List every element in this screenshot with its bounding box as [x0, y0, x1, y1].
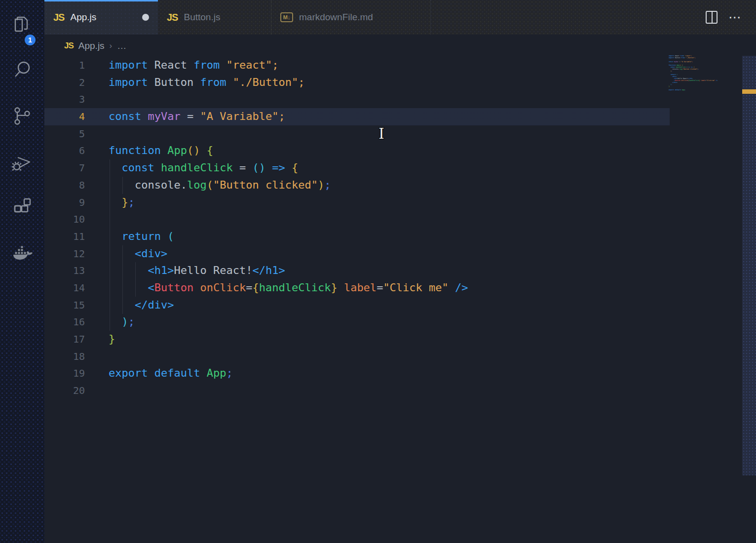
sidebar-item-docker[interactable]	[0, 235, 44, 273]
code-line[interactable]: 5	[44, 125, 756, 143]
line-number: 19	[44, 365, 85, 382]
line-number: 6	[44, 142, 85, 159]
tab-app-js[interactable]: JS App.js	[44, 0, 158, 35]
chevron-right-icon: ›	[110, 41, 113, 51]
code-line[interactable]: 18	[44, 348, 756, 365]
sidebar-item-search[interactable]	[0, 51, 44, 90]
sidebar-item-source-control[interactable]	[0, 98, 44, 136]
line-number: 9	[44, 194, 85, 211]
code-line[interactable]: 11 return (	[44, 228, 756, 245]
line-number: 16	[44, 313, 85, 331]
code-line[interactable]: 4const myVar = "A Variable";	[44, 108, 756, 125]
code-line[interactable]: 16 );	[44, 313, 756, 331]
code-text: console.log("Button clicked");	[85, 177, 331, 194]
code-text	[85, 348, 109, 365]
code-text: function App() {	[85, 142, 213, 159]
minimap[interactable]: import React from "react";import Button …	[669, 55, 723, 96]
code-text: </div>	[85, 297, 174, 314]
code-line[interactable]: 19export default App;	[44, 365, 756, 382]
code-text: }	[85, 331, 115, 348]
scrollbar[interactable]	[742, 56, 756, 475]
code-text	[85, 211, 109, 228]
source-control-icon	[11, 105, 33, 129]
editor-group: JS App.js JS Button.js M↓ markdownFile.m…	[44, 0, 756, 543]
code-text: <Button onClick={handleClick} label="Cli…	[85, 279, 468, 297]
line-number: 20	[44, 382, 85, 399]
sidebar-item-extensions[interactable]	[0, 189, 44, 228]
indent-guide	[110, 159, 110, 331]
docker-icon	[11, 242, 34, 267]
more-actions-icon[interactable]: ⋯	[728, 15, 742, 20]
code-text	[85, 125, 109, 143]
explorer-badge: 1	[24, 34, 37, 46]
markdown-file-icon: M↓	[280, 12, 293, 22]
javascript-file-icon: JS	[53, 12, 64, 23]
sidebar-item-run-debug[interactable]	[0, 144, 44, 182]
code-line[interactable]: 13 <h1>Hello React!</h1>	[44, 262, 756, 279]
tab-label: App.js	[70, 12, 96, 23]
modified-dot-icon[interactable]	[142, 14, 149, 21]
indent-guide	[122, 177, 123, 194]
tab-markdown-md[interactable]: M↓ markdownFile.md	[271, 0, 431, 35]
tab-label: Button.js	[184, 12, 220, 23]
line-number: 2	[44, 74, 85, 91]
editor-actions: ⋯	[687, 0, 756, 35]
line-number: 18	[44, 348, 85, 365]
line-number: 14	[44, 279, 85, 297]
split-editor-icon[interactable]	[706, 11, 718, 24]
tab-button-js[interactable]: JS Button.js	[158, 0, 271, 35]
code-line[interactable]: 12 <div>	[44, 245, 756, 263]
code-line[interactable]: 9 };	[44, 194, 756, 211]
tab-label: markdownFile.md	[299, 12, 373, 23]
extensions-icon	[11, 196, 33, 220]
line-number: 7	[44, 159, 85, 177]
code-line[interactable]: 8 console.log("Button clicked");	[44, 177, 756, 194]
code-line[interactable]: 3	[44, 91, 756, 108]
indent-guide	[135, 262, 136, 297]
code-line[interactable]: 10	[44, 211, 756, 228]
line-number: 8	[44, 177, 85, 194]
code-text: return (	[85, 228, 174, 245]
line-number: 12	[44, 245, 85, 263]
code-line[interactable]: 14 <Button onClick={handleClick} label="…	[44, 279, 756, 297]
code-line[interactable]: 15 </div>	[44, 297, 756, 314]
code-text: <h1>Hello React!</h1>	[85, 262, 285, 279]
line-number: 11	[44, 228, 85, 245]
code-text: const handleClick = () => {	[85, 159, 298, 177]
breadcrumb-file[interactable]: App.js	[78, 40, 105, 51]
run-debug-icon	[11, 151, 34, 175]
line-number: 5	[44, 125, 85, 143]
line-number: 1	[44, 57, 85, 74]
indent-guide	[122, 245, 123, 314]
javascript-file-icon: JS	[64, 41, 74, 51]
activity-bar: 1	[0, 0, 44, 543]
code-line[interactable]: 17}	[44, 331, 756, 348]
code-line[interactable]: 20	[44, 382, 756, 399]
code-line[interactable]: 1import React from "react";	[44, 57, 756, 74]
javascript-file-icon: JS	[167, 12, 178, 23]
line-number: 17	[44, 331, 85, 348]
sidebar-item-explorer[interactable]: 1	[0, 7, 44, 45]
line-number: 13	[44, 262, 85, 279]
code-text: import Button from "./Button";	[85, 74, 304, 91]
code-text: import React from "react";	[85, 57, 278, 74]
code-line[interactable]: 6function App() {	[44, 142, 756, 159]
line-number: 4	[44, 108, 85, 125]
code-text: const myVar = "A Variable";	[85, 108, 285, 125]
code-text	[85, 382, 109, 399]
breadcrumb-more[interactable]: …	[117, 40, 127, 51]
tab-bar: JS App.js JS Button.js M↓ markdownFile.m…	[44, 0, 756, 35]
code-line[interactable]: 2import Button from "./Button";	[44, 74, 756, 91]
line-number: 15	[44, 297, 85, 314]
code-text	[85, 91, 109, 108]
code-lines: 1import React from "react";2import Butto…	[44, 57, 756, 399]
code-line[interactable]: 7 const handleClick = () => {	[44, 159, 756, 177]
search-icon	[11, 59, 33, 82]
code-editor[interactable]: 1import React from "react";2import Butto…	[44, 57, 756, 543]
code-text: <div>	[85, 245, 167, 263]
line-number: 3	[44, 91, 85, 108]
code-text: export default App;	[85, 365, 233, 382]
breadcrumb: JS App.js › …	[44, 35, 756, 57]
line-number: 10	[44, 211, 85, 228]
overview-ruler-marker	[742, 89, 756, 94]
